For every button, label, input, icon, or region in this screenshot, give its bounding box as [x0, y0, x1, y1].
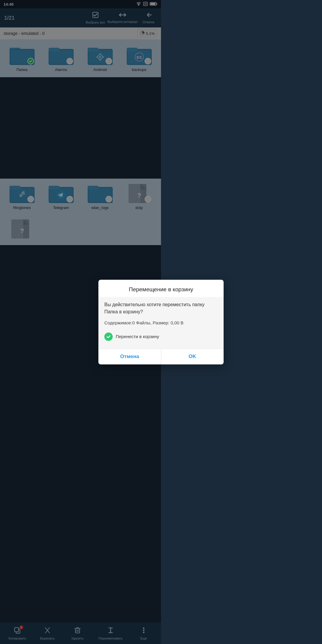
dialog-overlay	[0, 0, 161, 322]
trash-dialog: Перемещение в корзину Вы действительно х…	[98, 280, 161, 322]
dialog-info: Содержимое:0 Файлы, Размер: 0,00 В	[104, 320, 161, 322]
dialog-message: Вы действительно хотите переместить папк…	[104, 297, 161, 315]
dialog-title: Перемещение в корзину	[98, 280, 161, 297]
dialog-body: Вы действительно хотите переместить папк…	[98, 297, 161, 322]
